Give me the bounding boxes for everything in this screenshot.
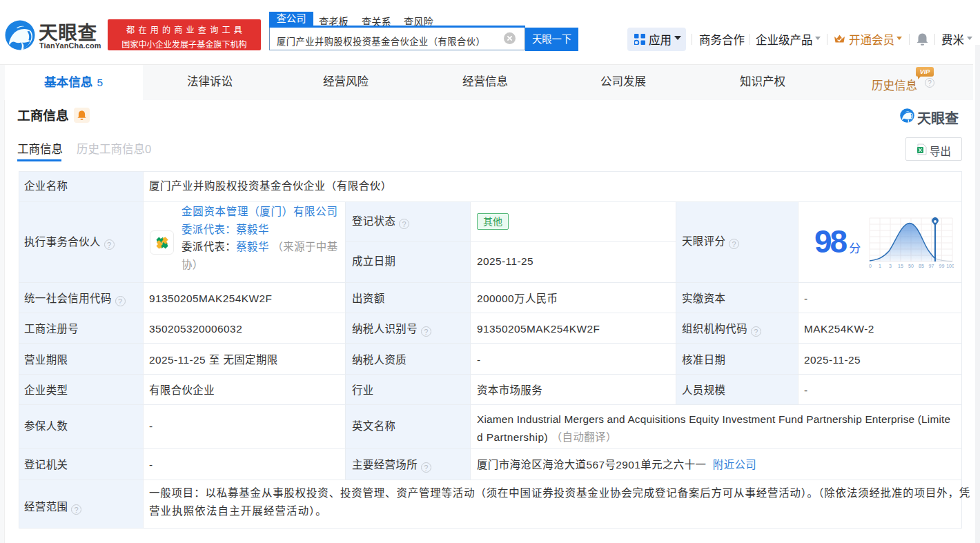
svg-text:97: 97 [929, 264, 934, 268]
svg-text:99: 99 [939, 264, 945, 268]
svg-text:85: 85 [919, 264, 924, 268]
svg-text:1: 1 [879, 264, 881, 268]
svg-text:15: 15 [898, 264, 903, 268]
svg-text:0: 0 [869, 264, 872, 268]
svg-text:50: 50 [908, 264, 914, 268]
svg-text:3: 3 [889, 264, 892, 268]
svg-text:100: 100 [946, 264, 954, 268]
